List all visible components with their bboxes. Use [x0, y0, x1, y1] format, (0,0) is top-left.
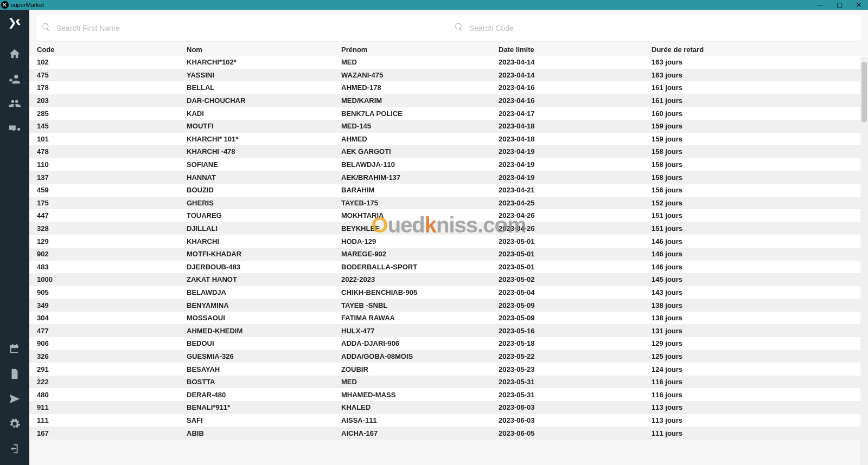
cell-retard: 138 jours — [652, 314, 868, 322]
cell-prenom: TAYEB -SNBL — [341, 301, 499, 309]
cell-prenom: MHAMED-MASS — [341, 391, 499, 399]
table-row[interactable]: 459BOUZIDBARAHIM2023-04-21156 jours — [29, 184, 868, 197]
cell-nom: BEDOUI — [187, 339, 341, 347]
cell-code: 167 — [29, 429, 187, 437]
cell-code: 291 — [29, 365, 187, 373]
cell-date: 2023-04-18 — [499, 122, 652, 130]
table-row[interactable]: 905BELAWDJACHIKH-BENCHIAB-9052023-05-041… — [29, 286, 868, 299]
table-row[interactable]: 102KHARCHI*102*MED2023-04-14163 jours — [29, 56, 868, 69]
cell-nom: ZAKAT HANOT — [187, 275, 341, 283]
cell-retard: 113 jours — [652, 403, 868, 411]
cell-nom: BESAYAH — [187, 365, 341, 373]
table-body[interactable]: 102KHARCHI*102*MED2023-04-14163 jours475… — [29, 56, 868, 465]
table-row[interactable]: 285KADIBENK7LA POLICE2023-04-17160 jours — [29, 107, 868, 120]
cell-prenom: MAREGE-902 — [341, 250, 499, 258]
gear-icon[interactable] — [6, 415, 23, 432]
cell-retard: 159 jours — [652, 135, 868, 143]
document-icon[interactable] — [6, 365, 23, 383]
cell-date: 2023-06-03 — [499, 403, 652, 411]
cell-date: 2023-05-01 — [499, 250, 652, 258]
cell-code: 178 — [29, 83, 187, 92]
cell-prenom: BELAWDJA-110 — [341, 160, 499, 169]
cell-nom: DJILLALI — [187, 224, 341, 232]
cell-retard: 151 jours — [652, 224, 868, 232]
table-row[interactable]: 137HANNATAEK/BRAHIM-1372023-04-19158 jou… — [29, 171, 868, 184]
cell-code: 137 — [29, 173, 187, 182]
table-row[interactable]: 326GUESMIA-326ADDA/GOBA-08MOIS2023-05-22… — [29, 350, 868, 363]
cell-nom: KADI — [187, 109, 341, 118]
cell-nom: DERAR-480 — [187, 391, 341, 399]
table-row[interactable]: 906BEDOUIADDA-DJARI-9062023-05-18129 jou… — [29, 337, 868, 350]
header-prenom[interactable]: Prénom — [341, 46, 499, 54]
table-row[interactable]: 1000ZAKAT HANOT2022-20232023-05-02145 jo… — [29, 273, 868, 286]
header-nom[interactable]: Nom — [187, 46, 341, 54]
scrollbar-thumb[interactable] — [861, 62, 867, 122]
table-row[interactable]: 145MOUTFIMED-1452023-04-18159 jours — [29, 120, 868, 133]
home-icon[interactable] — [6, 45, 23, 62]
cell-retard: 146 jours — [652, 237, 868, 246]
table-row[interactable]: 178BELLALAHMED-1782023-04-16161 jours — [29, 81, 868, 94]
table-row[interactable]: 111SAFIAISSA-1112023-06-03113 jours — [29, 414, 868, 427]
table-row[interactable]: 101KHARCHI* 101*AHMED2023-04-18159 jours — [29, 133, 868, 146]
header-retard[interactable]: Durée de retard — [652, 46, 868, 54]
cell-retard: 152 jours — [652, 199, 868, 207]
cell-date: 2023-05-31 — [499, 378, 652, 386]
cell-date: 2023-05-16 — [499, 327, 652, 335]
table-row[interactable]: 480DERAR-480MHAMED-MASS2023-05-31116 jou… — [29, 388, 868, 401]
table-row[interactable]: 203DAR-CHOUCHARMED/KARIM2023-04-16161 jo… — [29, 94, 868, 107]
cell-nom: MOUTFI — [187, 122, 341, 130]
table-row[interactable]: 475YASSINIWAZANI-4752023-04-14163 jours — [29, 69, 868, 82]
cell-date: 2023-05-02 — [499, 275, 652, 283]
cell-nom: AHMED-KHEDIM — [187, 327, 341, 335]
header-date[interactable]: Date limite — [499, 46, 652, 54]
minimize-button[interactable]: — — [816, 1, 824, 9]
table-row[interactable]: 477AHMED-KHEDIMHULX-4772023-05-16131 jou… — [29, 324, 868, 337]
cell-retard: 160 jours — [652, 109, 868, 118]
cell-prenom: MED — [341, 378, 499, 386]
search-code-input[interactable] — [469, 24, 856, 33]
search-first-name-input[interactable] — [56, 24, 443, 33]
table-row[interactable]: 304MOSSAOUIFATIMA RAWAA2023-05-09138 jou… — [29, 312, 868, 325]
scrollbar[interactable] — [860, 57, 868, 465]
cell-prenom: MED/KARIM — [341, 96, 499, 105]
user-add-icon[interactable] — [6, 70, 23, 87]
cell-retard: 131 jours — [652, 327, 868, 335]
cell-code: 483 — [29, 263, 187, 271]
table-row[interactable]: 167ABIBAICHA-1672023-06-05111 jours — [29, 427, 868, 440]
table-row[interactable]: 902MOTFI-KHADARMAREGE-9022023-05-01146 j… — [29, 248, 868, 261]
cell-nom: ABIB — [187, 429, 341, 437]
table-row[interactable]: 478KHARCHI -478AEK GARGOTI2023-04-19158 … — [29, 145, 868, 158]
table-row[interactable]: 222BOSTTAMED2023-05-31116 jours — [29, 376, 868, 389]
table-row[interactable]: 110SOFIANEBELAWDJA-1102023-04-19158 jour… — [29, 158, 868, 171]
table-row[interactable]: 175GHERISTAYEB-1752023-04-25152 jours — [29, 197, 868, 210]
table-row[interactable]: 291BESAYAHZOUBIR2023-05-23124 jours — [29, 363, 868, 376]
cell-nom: BOSTTA — [187, 378, 341, 386]
logout-icon[interactable] — [6, 440, 23, 457]
users-icon[interactable] — [6, 95, 23, 112]
truck-icon[interactable] — [6, 120, 23, 137]
cell-date: 2023-04-14 — [499, 71, 652, 79]
titlebar: K superMarket — ▢ ✕ — [0, 0, 868, 10]
cell-nom: TOUAREG — [187, 211, 341, 219]
calendar-icon[interactable] — [6, 340, 23, 358]
cell-date: 2023-04-21 — [499, 186, 652, 194]
table-row[interactable]: 328DJILLALIBEYKHLEF2023-04-26151 jours — [29, 222, 868, 235]
cell-nom: BELLAL — [187, 83, 341, 92]
maximize-button[interactable]: ▢ — [835, 1, 843, 9]
table-row[interactable]: 129KHARCHIHODA-1292023-05-01146 jours — [29, 235, 868, 248]
close-button[interactable]: ✕ — [855, 1, 863, 9]
table-row[interactable]: 483DJERBOUB-483BODERBALLA-SPORT2023-05-0… — [29, 261, 868, 274]
cell-date: 2023-04-19 — [499, 147, 652, 156]
cell-retard: 163 jours — [652, 58, 868, 66]
table-row[interactable]: 447TOUAREGMOKHTARIA2023-04-26151 jours — [29, 209, 868, 222]
send-icon[interactable] — [6, 390, 23, 408]
window-title: superMarket — [11, 2, 44, 8]
cell-date: 2023-04-19 — [499, 173, 652, 182]
table-row[interactable]: 349BENYAMINATAYEB -SNBL2023-05-09138 jou… — [29, 299, 868, 312]
cell-prenom: AHMED-178 — [341, 83, 499, 92]
cell-code: 304 — [29, 314, 187, 322]
header-code[interactable]: Code — [29, 46, 187, 54]
table-row[interactable]: 911BENALI*911*KHALED2023-06-03113 jours — [29, 401, 868, 414]
cell-prenom: TAYEB-175 — [341, 199, 499, 207]
cell-date: 2023-04-26 — [499, 224, 652, 232]
